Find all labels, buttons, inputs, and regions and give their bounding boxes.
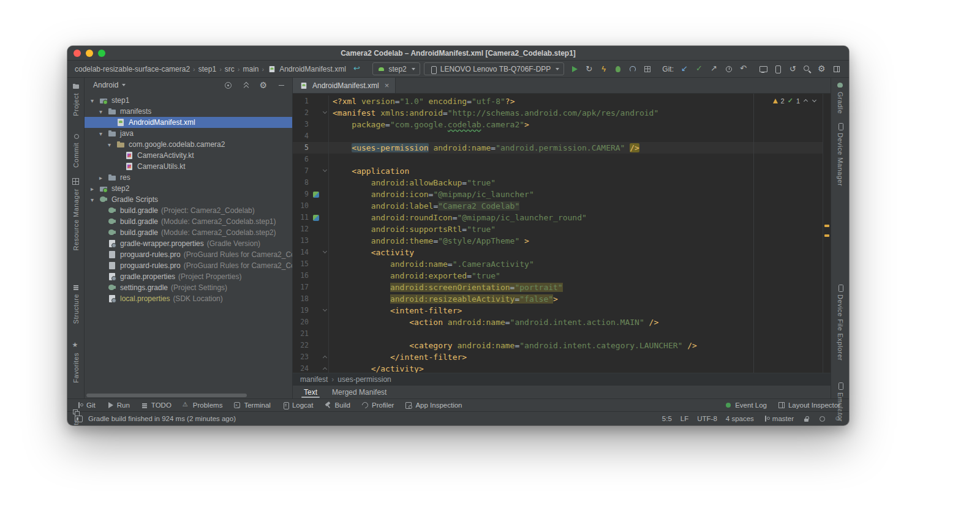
- code-line-16[interactable]: 16 android:exported="true": [293, 270, 831, 282]
- toolwindow-event-log[interactable]: Event Log: [725, 401, 767, 409]
- xml-breadcrumb-uses-permission[interactable]: uses-permission: [337, 375, 391, 384]
- tree-item-step2[interactable]: ▸step2: [85, 183, 292, 194]
- sync-project-button[interactable]: [786, 63, 799, 75]
- project-view-select[interactable]: Android: [93, 81, 118, 89]
- status-lf[interactable]: LF: [680, 415, 688, 422]
- fold-marker-icon[interactable]: [322, 168, 326, 172]
- tree-chevron-icon[interactable]: ▾: [97, 108, 104, 115]
- tree-chevron-icon[interactable]: ▾: [89, 97, 96, 104]
- code-line-17[interactable]: 17 android:screenOrientation="portrait": [293, 282, 831, 293]
- previous-problem-icon[interactable]: [803, 98, 809, 103]
- code-line-7[interactable]: 7 <application: [293, 165, 831, 177]
- toolwindow-app-inspection[interactable]: App Inspection: [405, 401, 462, 409]
- settings-button[interactable]: [816, 63, 828, 75]
- toolwindow-terminal[interactable]: Terminal: [233, 401, 270, 409]
- tree-item-java[interactable]: ▾java: [85, 128, 292, 139]
- tree-item-res[interactable]: ▸res: [85, 172, 292, 183]
- breadcrumb-item-codelab-resizable-surface-camera2[interactable]: codelab-resizable-surface-camera2: [74, 65, 191, 73]
- breadcrumb-item-src[interactable]: src: [224, 65, 236, 73]
- fold-marker-icon[interactable]: [322, 367, 326, 372]
- code-line-14[interactable]: 14 <activity: [293, 247, 831, 258]
- toolwindow-profiler[interactable]: Profiler: [361, 401, 394, 409]
- highlighting-level-icon[interactable]: [818, 415, 826, 422]
- toolwindow-layout-inspector[interactable]: Layout Inspector: [778, 401, 840, 409]
- tree-item-gradle-properties[interactable]: gradle.properties(Project Properties): [85, 271, 292, 282]
- fold-marker-icon[interactable]: [322, 249, 326, 253]
- avd-manager-button[interactable]: [772, 63, 784, 75]
- code-line-24[interactable]: 24 </activity>: [293, 363, 831, 373]
- project-horizontal-scrollbar[interactable]: [85, 392, 292, 398]
- git-branch-widget[interactable]: master: [763, 415, 794, 422]
- tree-item-build-gradle[interactable]: build.gradle(Project: Camera2_Codelab): [85, 205, 292, 216]
- tool-stripe-device-file-explorer[interactable]: Device File Explorer: [837, 284, 844, 360]
- status-5-5[interactable]: 5:5: [662, 415, 672, 422]
- error-stripe[interactable]: [823, 94, 831, 373]
- code-line-6[interactable]: 6: [293, 154, 831, 165]
- tree-chevron-icon[interactable]: ▾: [89, 196, 96, 203]
- tree-item-build-gradle[interactable]: build.gradle(Module: Camera2_Codelab.ste…: [85, 227, 292, 238]
- toolwindow-switcher-icon[interactable]: [75, 415, 82, 422]
- tool-stripe-structure[interactable]: Structure: [72, 283, 80, 324]
- code-line-10[interactable]: 10 android:label="Camera2 Codelab": [293, 200, 831, 212]
- scrollbar-thumb[interactable]: [86, 394, 247, 397]
- inspections-widget[interactable]: 2 1: [773, 97, 817, 105]
- toolwindow-run[interactable]: Run: [107, 401, 130, 409]
- code-editor[interactable]: 1<?xml version="1.0" encoding="utf-8"?>2…: [293, 94, 831, 373]
- tree-chevron-icon[interactable]: ▾: [97, 130, 104, 137]
- update-project-button[interactable]: [679, 63, 691, 75]
- device-manager-button[interactable]: [757, 63, 769, 75]
- tool-stripe-device-manager[interactable]: Device Manager: [837, 122, 844, 186]
- view-tab-text[interactable]: Text: [296, 386, 325, 398]
- hide-button[interactable]: [275, 79, 287, 91]
- tree-item-gradle-wrapper-properties[interactable]: gradle-wrapper.properties(Gradle Version…: [85, 238, 292, 249]
- toolwindow-todo[interactable]: TODO: [141, 401, 172, 409]
- view-tab-merged-manifest[interactable]: Merged Manifest: [325, 386, 394, 398]
- run-with-coverage-button[interactable]: [641, 63, 654, 75]
- toolwindow-git[interactable]: Git: [76, 401, 96, 409]
- tree-chevron-icon[interactable]: ▸: [97, 174, 104, 181]
- xml-breadcrumb-manifest[interactable]: manifest: [300, 375, 328, 384]
- fold-marker-icon[interactable]: [322, 356, 326, 360]
- tree-chevron-icon[interactable]: ▾: [106, 141, 113, 148]
- code-line-5[interactable]: 5 <uses-permission android:name="android…: [293, 142, 831, 154]
- tool-stripe-resource-manager[interactable]: Resource Manager: [72, 177, 80, 251]
- tree-item-settings-gradle[interactable]: settings.gradle(Project Settings): [85, 282, 292, 293]
- status-utf-8[interactable]: UTF-8: [697, 415, 717, 422]
- tree-item-proguard-rules-pro[interactable]: proguard-rules.pro(ProGuard Rules for Ca…: [85, 260, 292, 271]
- tree-item-com-google-codelab-camera2[interactable]: ▾com.google.codelab.camera2: [85, 139, 292, 150]
- breadcrumb-item-main[interactable]: main: [241, 65, 260, 73]
- code-line-21[interactable]: 21: [293, 328, 831, 340]
- tool-stripe-commit[interactable]: Commit: [72, 132, 80, 168]
- breadcrumb-item-androidmanifest-xml[interactable]: AndroidManifest.xml: [266, 64, 347, 74]
- run-configuration-select[interactable]: step2: [372, 62, 420, 75]
- code-line-4[interactable]: 4: [293, 130, 831, 142]
- code-line-1[interactable]: 1<?xml version="1.0" encoding="utf-8"?>: [293, 95, 831, 107]
- code-line-15[interactable]: 15 android:name=".CameraActivity": [293, 258, 831, 270]
- code-line-3[interactable]: 3 package="com.google.codelab.camera2">: [293, 119, 831, 130]
- minimize-window-button[interactable]: [86, 50, 93, 57]
- tool-stripe-gradle[interactable]: Gradle: [837, 81, 844, 114]
- close-window-button[interactable]: [74, 50, 81, 57]
- search-everywhere-button[interactable]: [801, 63, 813, 75]
- commit-button[interactable]: [693, 63, 706, 75]
- code-line-13[interactable]: 13 android:theme="@style/AppTheme" >: [293, 235, 831, 247]
- code-line-8[interactable]: 8 android:allowBackup="true": [293, 177, 831, 189]
- warning-stripe-mark[interactable]: [824, 234, 829, 237]
- fold-marker-icon[interactable]: [322, 307, 326, 312]
- next-problem-icon[interactable]: [812, 98, 817, 103]
- zoom-window-button[interactable]: [98, 50, 105, 57]
- history-button[interactable]: [723, 63, 735, 75]
- tool-stripe-project[interactable]: Project: [72, 83, 80, 116]
- code-line-12[interactable]: 12 android:supportsRtl="true": [293, 223, 831, 235]
- lock-icon[interactable]: [802, 415, 810, 422]
- code-line-18[interactable]: 18 android:resizeableActivity="false">: [293, 293, 831, 305]
- target-device-select[interactable]: LENOVO Lenovo TB-Q706F-DPP: [424, 62, 565, 75]
- locate-file-button[interactable]: [222, 79, 234, 91]
- tree-item-build-gradle[interactable]: build.gradle(Module: Camera2_Codelab.ste…: [85, 216, 292, 227]
- apply-code-changes-button[interactable]: [597, 63, 609, 75]
- code-line-9[interactable]: 9 android:icon="@mipmap/ic_launcher": [293, 189, 831, 200]
- tree-item-androidmanifest-xml[interactable]: AndroidManifest.xml: [85, 117, 292, 128]
- tree-item-proguard-rules-pro[interactable]: proguard-rules.pro(ProGuard Rules for Ca…: [85, 249, 292, 260]
- breadcrumb-item-step1[interactable]: step1: [197, 65, 217, 73]
- code-line-20[interactable]: 20 <action android:name="android.intent.…: [293, 316, 831, 328]
